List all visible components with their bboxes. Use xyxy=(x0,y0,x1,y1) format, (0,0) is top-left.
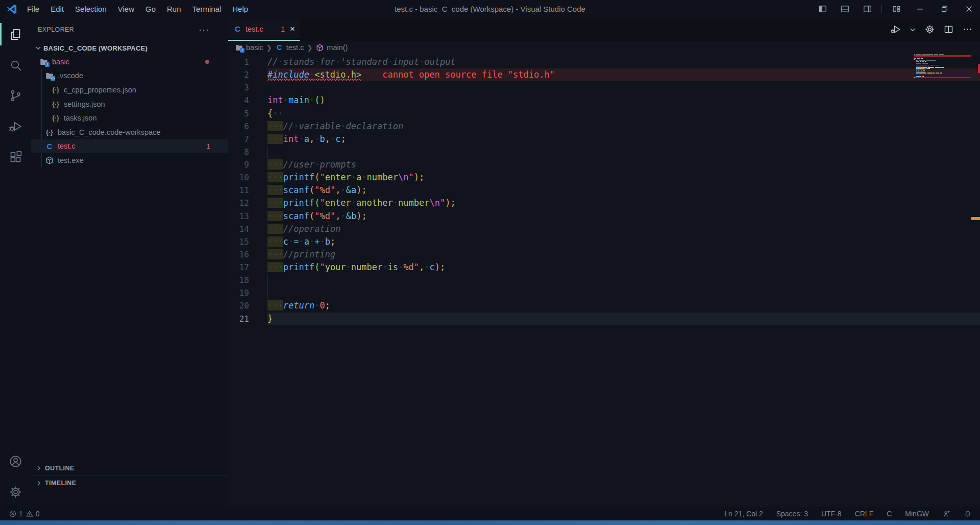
gear-icon[interactable] xyxy=(922,24,937,35)
activity-item-source-control[interactable] xyxy=(0,80,31,111)
activity-item-accounts[interactable] xyxy=(0,446,31,476)
menu-item-run[interactable]: Run xyxy=(161,0,187,18)
line-number[interactable]: 13 xyxy=(228,210,267,223)
breadcrumb-item-main-[interactable]: main() xyxy=(315,43,348,52)
line-number[interactable]: 4 xyxy=(228,94,267,107)
tree-item-c-cpp-properties-json[interactable]: {·}c_cpp_properties.json xyxy=(31,83,228,97)
status-item-spaces-3[interactable]: Spaces: 3 xyxy=(776,510,808,518)
activity-item-explorer[interactable] xyxy=(0,19,31,50)
line-number[interactable]: 15 xyxy=(228,235,267,248)
code-line-20[interactable]: 20···return·0; xyxy=(228,299,980,312)
menu-item-view[interactable]: View xyxy=(112,0,140,18)
line-number[interactable]: 16 xyxy=(228,248,267,261)
code-line-7[interactable]: 7···int·a,·b,·c; xyxy=(228,133,980,146)
status-item-crlf[interactable]: CRLF xyxy=(855,510,874,518)
tree-item-basic-c-code-code-workspace[interactable]: {·}basic_C_code.code-workspace xyxy=(31,125,228,139)
line-number[interactable]: 18 xyxy=(228,274,267,287)
code-line-2[interactable]: 2#include·<stdio.h> cannot open source f… xyxy=(228,68,980,81)
minimize-button[interactable] xyxy=(909,0,931,18)
status-item-c[interactable]: C xyxy=(887,510,892,518)
activity-item-run-debug[interactable] xyxy=(0,111,31,141)
code-line-3[interactable]: 3 xyxy=(228,81,980,94)
problems-status[interactable]: 10 xyxy=(0,510,40,518)
status-warnings[interactable]: 0 xyxy=(26,510,40,518)
close-button[interactable] xyxy=(958,0,980,18)
minimap[interactable] xyxy=(914,54,971,80)
line-number[interactable]: 10 xyxy=(228,171,267,184)
tab-close-icon[interactable]: × xyxy=(290,26,295,33)
line-number[interactable]: 20 xyxy=(228,299,267,312)
menu-item-selection[interactable]: Selection xyxy=(69,0,112,18)
code-line-14[interactable]: 14···//operation xyxy=(228,223,980,235)
menu-item-help[interactable]: Help xyxy=(227,0,254,18)
explorer-more-actions-icon[interactable]: ··· xyxy=(199,27,209,32)
menu-item-go[interactable]: Go xyxy=(140,0,161,18)
breadcrumb-item-basic[interactable]: /basic xyxy=(235,43,263,52)
menu-item-terminal[interactable]: Terminal xyxy=(187,0,227,18)
line-number[interactable]: 14 xyxy=(228,223,267,235)
code-line-8[interactable]: 8 xyxy=(228,146,980,158)
toggle-secondary-sidebar-icon[interactable] xyxy=(857,0,877,18)
run-or-debug-icon[interactable] xyxy=(888,24,903,35)
timeline-section-header[interactable]: TIMELINE xyxy=(31,475,228,490)
feedback-button[interactable] xyxy=(942,510,950,518)
line-number[interactable]: 11 xyxy=(228,184,267,197)
breadcrumb-item-test-c[interactable]: Ctest.c xyxy=(275,43,304,52)
status-item-mingw[interactable]: MinGW xyxy=(905,510,929,518)
workspace-section-header[interactable]: BASIC_C_CODE (WORKSPACE) xyxy=(31,41,228,55)
line-number[interactable]: 2 xyxy=(228,68,267,81)
line-number[interactable]: 17 xyxy=(228,261,267,274)
split-editor-icon[interactable] xyxy=(941,24,956,35)
code-area[interactable]: 1//·stands·for·'standard·input·output2#i… xyxy=(228,54,980,507)
line-number[interactable]: 5 xyxy=(228,107,267,120)
code-line-5[interactable]: 5{·· xyxy=(228,107,980,120)
code-line-21[interactable]: 21} xyxy=(228,313,980,325)
code-token: { xyxy=(267,108,273,118)
customize-layout-icon[interactable] xyxy=(886,0,906,18)
code-line-12[interactable]: 12···printf("enter·another·number\n"); xyxy=(228,197,980,209)
tree-item-test-c[interactable]: Ctest.c1 xyxy=(31,139,228,154)
line-number[interactable]: 12 xyxy=(228,197,267,209)
outline-section-header[interactable]: OUTLINE xyxy=(31,461,228,475)
code-line-17[interactable]: 17···printf("your·number·is·%d",·c); xyxy=(228,261,980,274)
toggle-panel-icon[interactable] xyxy=(835,0,855,18)
line-number[interactable]: 7 xyxy=(228,133,267,146)
code-line-6[interactable]: 6···//·variable·declaration xyxy=(228,120,980,133)
status-item-ln-21-col-2[interactable]: Ln 21, Col 2 xyxy=(724,510,763,518)
tab-test-c[interactable]: C test.c 1 × xyxy=(228,18,300,41)
status-item-utf-8[interactable]: UTF-8 xyxy=(821,510,842,518)
line-number[interactable]: 19 xyxy=(228,287,267,299)
line-number[interactable]: 3 xyxy=(228,81,267,94)
activity-item-search[interactable] xyxy=(0,50,31,80)
tree-item-basic[interactable]: /basic xyxy=(31,55,228,69)
tree-item-test-exe[interactable]: test.exe xyxy=(31,153,228,168)
code-line-1[interactable]: 1//·stands·for·'standard·input·output xyxy=(228,56,980,68)
line-number[interactable]: 1 xyxy=(228,56,267,68)
line-number[interactable]: 9 xyxy=(228,158,267,171)
activity-item-settings[interactable] xyxy=(0,476,31,507)
line-number[interactable]: 8 xyxy=(228,146,267,158)
code-line-16[interactable]: 16···//printing xyxy=(228,248,980,261)
tree-item-tasks-json[interactable]: {·}tasks.json xyxy=(31,111,228,125)
code-line-19[interactable]: 19 xyxy=(228,287,980,299)
toggle-sidebar-icon[interactable] xyxy=(812,0,832,18)
code-line-13[interactable]: 13···scanf("%d",·&b); xyxy=(228,210,980,223)
menu-item-edit[interactable]: Edit xyxy=(45,0,69,18)
chevron-down-icon[interactable] xyxy=(907,26,918,33)
activity-item-extensions[interactable] xyxy=(0,141,31,172)
line-number[interactable]: 6 xyxy=(228,120,267,133)
tree-item-settings-json[interactable]: {·}settings.json xyxy=(31,97,228,111)
code-line-11[interactable]: 11···scanf("%d",·&a); xyxy=(228,184,980,197)
menu-item-file[interactable]: File xyxy=(21,0,45,18)
bell-button[interactable] xyxy=(964,510,972,518)
more-actions-icon[interactable] xyxy=(960,24,975,35)
code-line-9[interactable]: 9···//user·prompts xyxy=(228,158,980,171)
line-number[interactable]: 21 xyxy=(228,313,267,325)
code-line-18[interactable]: 18 xyxy=(228,274,980,287)
code-line-10[interactable]: 10···printf("enter·a·number\n"); xyxy=(228,171,980,184)
code-line-15[interactable]: 15···c·=·a·+·b; xyxy=(228,235,980,248)
status-errors[interactable]: 1 xyxy=(9,510,23,518)
restore-button[interactable] xyxy=(933,0,955,18)
code-line-4[interactable]: 4int·main·() xyxy=(228,94,980,107)
tree-item--vscode[interactable]: <>.vscode xyxy=(31,69,228,83)
